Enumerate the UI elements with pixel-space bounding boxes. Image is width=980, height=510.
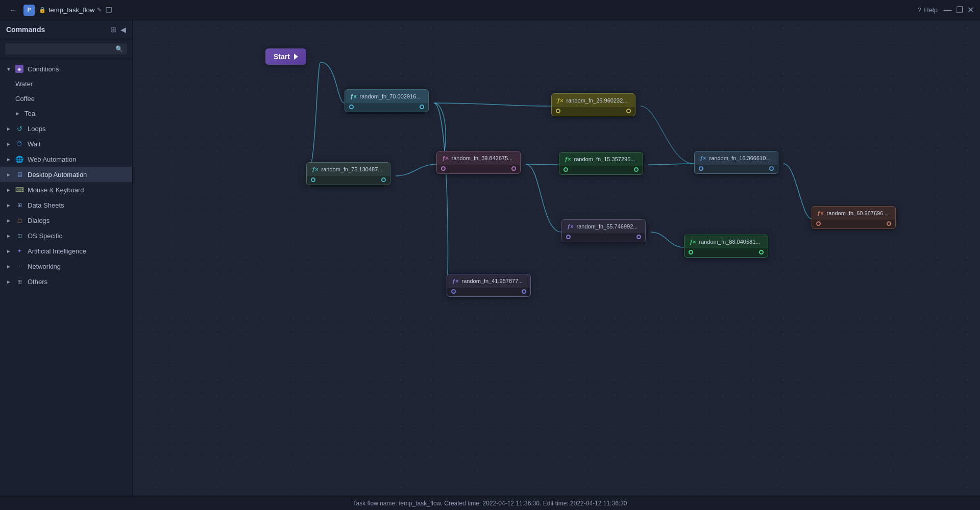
top-bar: ← P 🔒 temp_task_flow ✎ ❐ ? Help — ❐ ✕ xyxy=(0,0,980,20)
desktop-automation-label: Desktop Automation xyxy=(28,171,87,178)
node-fn4[interactable]: ƒ× random_fn_15.357295... xyxy=(559,152,643,175)
duplicate-button[interactable]: ❐ xyxy=(106,6,112,14)
minimize-button[interactable]: — xyxy=(944,6,952,15)
sidebar-item-data-sheets[interactable]: ► ⊞ Data Sheets xyxy=(0,197,132,213)
fn7-label: random_fn_55.746992... xyxy=(577,223,638,230)
search-input-wrap: 🔍 xyxy=(5,43,127,55)
fn1-port-right[interactable] xyxy=(420,105,424,109)
fn6-label: random_fn_75.130487... xyxy=(322,166,383,172)
fn2-port-right[interactable] xyxy=(626,109,631,113)
fn1-port-left[interactable] xyxy=(349,105,354,109)
close-button[interactable]: ✕ xyxy=(967,5,974,15)
loops-label: Loops xyxy=(28,125,45,133)
sidebar: Commands ⊞ ◀ 🔍 ▼ ◈ Conditions Water xyxy=(0,20,133,496)
status-text: Task flow name: temp_task_flow. Created … xyxy=(353,500,627,507)
web-automation-icon: 🌐 xyxy=(15,155,23,163)
sidebar-item-ai[interactable]: ► ✦ Artificial Intelligence xyxy=(0,243,132,259)
fn1-icon: ƒ× xyxy=(350,93,357,99)
dialogs-icon: ◻ xyxy=(15,216,23,224)
sidebar-layout-icon[interactable]: ⊞ xyxy=(110,26,116,34)
others-icon: ⊞ xyxy=(15,277,23,286)
fn10-port-right[interactable] xyxy=(522,289,526,294)
fn5-port-right[interactable] xyxy=(769,166,774,171)
restore-button[interactable]: ❐ xyxy=(956,5,963,15)
fn7-port-left[interactable] xyxy=(566,235,571,239)
sidebar-item-networking[interactable]: ► ⋯ Networking xyxy=(0,259,132,274)
start-node[interactable]: Start xyxy=(265,48,306,65)
others-label: Others xyxy=(28,278,47,286)
node-fn8[interactable]: ƒ× random_fn_88.040581... xyxy=(684,235,768,258)
fn5-label: random_fn_16.366610... xyxy=(709,155,771,161)
sidebar-item-tea[interactable]: ► Tea xyxy=(0,106,132,121)
fn10-port-left[interactable] xyxy=(451,289,456,294)
sidebar-items: ▼ ◈ Conditions Water Coffee ► Tea ► ↺ Lo… xyxy=(0,59,132,496)
mouse-keyboard-label: Mouse & Keyboard xyxy=(28,186,84,194)
sidebar-item-os-specific[interactable]: ► ⊡ OS Specific xyxy=(0,228,132,243)
help-button[interactable]: ? Help xyxy=(918,6,938,14)
node-fn7[interactable]: ƒ× random_fn_55.746992... xyxy=(561,219,646,242)
fn3-label: random_fn_39.842675... xyxy=(452,155,513,161)
fn8-port-left[interactable] xyxy=(689,250,693,254)
data-sheets-label: Data Sheets xyxy=(28,201,64,209)
mouse-keyboard-icon: ⌨ xyxy=(15,186,23,194)
search-icon: 🔍 xyxy=(115,45,123,53)
tea-label: Tea xyxy=(24,110,35,117)
fn4-label: random_fn_15.357295... xyxy=(574,156,635,162)
sidebar-item-wait[interactable]: ► ⏱ Wait xyxy=(0,136,132,151)
fn4-port-right[interactable] xyxy=(634,167,639,172)
search-input[interactable] xyxy=(9,45,112,53)
fn3-port-left[interactable] xyxy=(441,166,446,171)
fn2-label: random_fn_26.960232... xyxy=(567,97,628,104)
fn4-port-left[interactable] xyxy=(564,167,568,172)
fn7-icon: ƒ× xyxy=(567,223,574,230)
networking-icon: ⋯ xyxy=(15,262,23,270)
fn10-icon: ƒ× xyxy=(452,278,459,284)
fn9-label: random_fn_60.967696... xyxy=(827,210,888,216)
sidebar-collapse-icon[interactable]: ◀ xyxy=(120,26,126,34)
node-fn6[interactable]: ƒ× random_fn_75.130487... xyxy=(306,162,390,185)
fn5-port-left[interactable] xyxy=(699,166,703,171)
fn7-port-right[interactable] xyxy=(636,235,641,239)
sidebar-item-conditions[interactable]: ▼ ◈ Conditions xyxy=(0,61,132,76)
sidebar-item-dialogs[interactable]: ► ◻ Dialogs xyxy=(0,213,132,228)
sidebar-item-coffee[interactable]: Coffee xyxy=(0,91,132,106)
sidebar-item-web-automation[interactable]: ► 🌐 Web Automation xyxy=(0,151,132,167)
sidebar-item-others[interactable]: ► ⊞ Others xyxy=(0,274,132,289)
fn6-port-left[interactable] xyxy=(311,177,315,182)
ai-icon: ✦ xyxy=(15,247,23,255)
node-fn3[interactable]: ƒ× random_fn_39.842675... xyxy=(436,151,521,174)
fn3-port-right[interactable] xyxy=(511,166,516,171)
back-button[interactable]: ← xyxy=(6,5,19,15)
node-fn5[interactable]: ƒ× random_fn_16.366610... xyxy=(694,151,778,174)
sidebar-item-desktop-automation[interactable]: ► 🖥 Desktop Automation xyxy=(0,167,132,182)
mouse-keyboard-arrow: ► xyxy=(6,187,11,193)
fn8-port-right[interactable] xyxy=(759,250,764,254)
node-fn2[interactable]: ƒ× random_fn_26.960232... xyxy=(551,93,635,116)
help-icon: ? xyxy=(918,6,921,14)
node-fn9[interactable]: ƒ× random_fn_60.967696... xyxy=(812,206,896,229)
fn2-port-left[interactable] xyxy=(556,109,560,113)
node-fn10[interactable]: ƒ× random_fn_41.957877... xyxy=(447,274,531,297)
web-automation-label: Web Automation xyxy=(28,156,76,163)
start-label: Start xyxy=(274,53,290,61)
os-specific-arrow: ► xyxy=(6,233,11,239)
sidebar-item-loops[interactable]: ► ↺ Loops xyxy=(0,121,132,136)
wait-icon: ⏱ xyxy=(15,140,23,148)
canvas-area[interactable]: Start ƒ× random_fn_70.002916... ƒ× xyxy=(133,20,980,496)
dialogs-label: Dialogs xyxy=(28,217,50,224)
fn9-port-left[interactable] xyxy=(816,221,821,226)
help-label: Help xyxy=(924,6,938,14)
fn9-icon: ƒ× xyxy=(817,210,824,216)
fn5-icon: ƒ× xyxy=(700,155,706,161)
edit-flow-name-icon[interactable]: ✎ xyxy=(97,7,102,13)
dialogs-arrow: ► xyxy=(6,218,11,223)
sidebar-item-water[interactable]: Water xyxy=(0,76,132,91)
sidebar-item-mouse-keyboard[interactable]: ► ⌨ Mouse & Keyboard xyxy=(0,182,132,197)
flow-name-container: 🔒 temp_task_flow ✎ xyxy=(39,6,102,14)
ai-arrow: ► xyxy=(6,248,11,254)
fn6-port-right[interactable] xyxy=(381,177,386,182)
os-specific-icon: ⊡ xyxy=(15,232,23,240)
node-fn1[interactable]: ƒ× random_fn_70.002916... xyxy=(345,89,429,112)
fn9-port-right[interactable] xyxy=(887,221,891,226)
fn4-icon: ƒ× xyxy=(565,156,571,162)
